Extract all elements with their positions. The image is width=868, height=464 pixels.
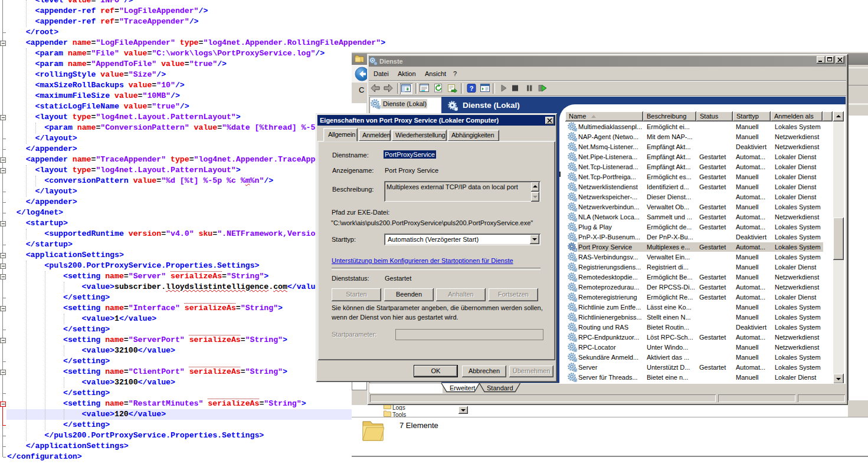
svg-text:?: ? bbox=[470, 85, 474, 92]
